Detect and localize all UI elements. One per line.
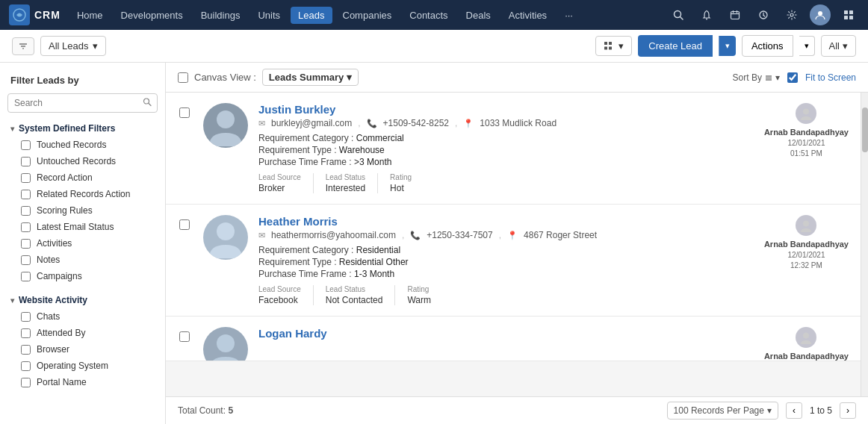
logo[interactable]: CRM bbox=[9, 4, 61, 25]
agent-time: 12:32 PM bbox=[764, 261, 849, 271]
scrollbar-track[interactable] bbox=[861, 93, 868, 396]
system-filters-section[interactable]: System Defined Filters bbox=[0, 119, 165, 137]
lead-avatar bbox=[203, 103, 248, 148]
canvas-view-dropdown[interactable]: Leads Summary ▾ bbox=[262, 69, 359, 86]
filter-checkbox[interactable] bbox=[21, 190, 31, 199]
nav-units[interactable]: Units bbox=[250, 7, 288, 24]
filter-label: Scoring Rules bbox=[37, 205, 93, 216]
svg-rect-21 bbox=[609, 42, 612, 45]
filter-checkbox[interactable] bbox=[21, 157, 31, 166]
filter-button[interactable] bbox=[12, 37, 34, 55]
filter-item[interactable]: Untouched Records bbox=[0, 153, 165, 169]
lead-phone[interactable]: +1250-334-7507 bbox=[427, 230, 492, 240]
create-lead-arrow[interactable]: ▾ bbox=[719, 36, 736, 56]
filter-item[interactable]: Campaigns bbox=[0, 268, 165, 284]
filter-checkbox[interactable] bbox=[21, 140, 31, 150]
lead-email[interactable]: heathermorris@yahoomail.com bbox=[271, 230, 396, 240]
records-per-page-dropdown[interactable]: 100 Records Per Page ▾ bbox=[667, 402, 778, 420]
user-avatar[interactable] bbox=[810, 4, 831, 25]
filter-item[interactable]: Touched Records bbox=[0, 137, 165, 153]
svg-rect-20 bbox=[604, 42, 607, 45]
filter-item[interactable]: Portal Name bbox=[0, 374, 165, 390]
total-count: Total Count: 5 bbox=[178, 405, 233, 416]
lead-name[interactable]: Justin Burkley bbox=[258, 103, 754, 116]
next-page-button[interactable]: › bbox=[840, 402, 856, 419]
nav-contacts[interactable]: Contacts bbox=[402, 7, 455, 24]
filter-item[interactable]: Attended By bbox=[0, 325, 165, 341]
clock-icon[interactable] bbox=[753, 4, 774, 25]
scrollbar-thumb[interactable] bbox=[862, 107, 868, 152]
top-navigation: CRM Home Developments Buildings Units Le… bbox=[0, 0, 868, 30]
calendar-icon[interactable] bbox=[725, 4, 745, 25]
create-lead-button[interactable]: Create Lead bbox=[638, 35, 713, 57]
lead-address[interactable]: 1033 Mudlick Road bbox=[480, 118, 557, 128]
prev-page-button[interactable]: ‹ bbox=[786, 402, 802, 419]
agent-info: Arnab Bandapadhyay 12/01/2021 12:32 PM bbox=[764, 239, 849, 271]
lead-name[interactable]: Heather Morris bbox=[258, 215, 754, 228]
nav-companies[interactable]: Companies bbox=[335, 7, 400, 24]
select-all-checkbox[interactable] bbox=[178, 72, 188, 83]
nav-home[interactable]: Home bbox=[69, 7, 111, 24]
filter-item[interactable]: Browser bbox=[0, 341, 165, 358]
lead-checkbox[interactable] bbox=[179, 219, 190, 230]
canvas-view-label: Canvas View : bbox=[194, 72, 256, 83]
nav-more[interactable]: ··· bbox=[557, 7, 580, 24]
filter-item[interactable]: Chats bbox=[0, 308, 165, 325]
website-activity-section[interactable]: Website Activity bbox=[0, 290, 165, 308]
leads-filter-dropdown[interactable]: All Leads ▾ bbox=[40, 36, 106, 56]
svg-point-33 bbox=[217, 334, 235, 352]
agent-date: 12/01/2021 bbox=[764, 250, 849, 261]
filter-item[interactable]: Operating System bbox=[0, 358, 165, 374]
filter-checkbox[interactable] bbox=[21, 328, 31, 338]
fit-screen-checkbox[interactable] bbox=[787, 72, 798, 83]
search-icon[interactable] bbox=[668, 4, 689, 25]
filter-checkbox[interactable] bbox=[21, 345, 31, 355]
nav-leads[interactable]: Leads bbox=[291, 7, 332, 24]
sort-by-button[interactable]: Sort By ▾ bbox=[733, 72, 780, 83]
settings-icon[interactable] bbox=[781, 4, 802, 25]
filter-item[interactable]: Latest Email Status bbox=[0, 219, 165, 235]
filter-item[interactable]: Record Action bbox=[0, 169, 165, 186]
filter-checkbox[interactable] bbox=[21, 272, 31, 281]
filter-item[interactable]: Notes bbox=[0, 252, 165, 268]
lead-phone[interactable]: +1509-542-8252 bbox=[383, 118, 449, 128]
lead-checkbox[interactable] bbox=[179, 331, 190, 342]
filter-item[interactable]: Scoring Rules bbox=[0, 202, 165, 219]
lead-status-meta: Lead Status Not Contacted bbox=[326, 285, 396, 305]
filter-item[interactable]: Activities bbox=[0, 235, 165, 252]
next-page-icon: › bbox=[846, 405, 849, 416]
filter-checkbox[interactable] bbox=[21, 239, 31, 249]
filter-checkbox[interactable] bbox=[21, 222, 31, 232]
all-dropdown[interactable]: All ▾ bbox=[821, 35, 856, 57]
view-toggle[interactable]: ▾ bbox=[595, 36, 632, 56]
website-filters-list: ChatsAttended ByBrowserOperating SystemP… bbox=[0, 308, 165, 390]
notifications-icon[interactable] bbox=[696, 4, 717, 25]
lead-contact-row: ✉ burkleyj@gmail.com , 📞 +1509-542-8252 … bbox=[258, 118, 754, 128]
filter-checkbox[interactable] bbox=[21, 361, 31, 371]
nav-buildings[interactable]: Buildings bbox=[193, 7, 248, 24]
nav-activities[interactable]: Activities bbox=[501, 7, 554, 24]
filter-checkbox[interactable] bbox=[21, 255, 31, 265]
filter-item[interactable]: Related Records Action bbox=[0, 186, 165, 202]
lead-email[interactable]: burkleyj@gmail.com bbox=[271, 118, 352, 128]
lead-checkbox[interactable] bbox=[179, 107, 190, 118]
search-input[interactable] bbox=[7, 93, 158, 113]
filter-checkbox[interactable] bbox=[21, 378, 31, 387]
agent-avatar bbox=[796, 327, 816, 348]
agent-name: Arnab Bandapadhyay bbox=[764, 351, 849, 361]
lead-name[interactable]: Logan Hardy bbox=[258, 327, 754, 340]
main-layout: Filter Leads by System Defined Filters T… bbox=[0, 63, 868, 424]
nav-deals[interactable]: Deals bbox=[459, 7, 498, 24]
nav-developments[interactable]: Developments bbox=[114, 7, 190, 24]
canvas-view-chevron-icon: ▾ bbox=[347, 72, 352, 83]
filter-label: Latest Email Status bbox=[37, 222, 114, 232]
filter-checkbox[interactable] bbox=[21, 173, 31, 183]
actions-button[interactable]: Actions bbox=[742, 35, 793, 57]
email-icon: ✉ bbox=[258, 119, 265, 128]
filter-checkbox[interactable] bbox=[21, 206, 31, 216]
actions-arrow[interactable]: ▾ bbox=[799, 36, 815, 56]
lead-address[interactable]: 4867 Roger Street bbox=[524, 230, 597, 240]
filter-checkbox[interactable] bbox=[21, 312, 31, 322]
grid-icon[interactable] bbox=[838, 4, 859, 25]
lead-body: Logan Hardy bbox=[258, 327, 754, 342]
